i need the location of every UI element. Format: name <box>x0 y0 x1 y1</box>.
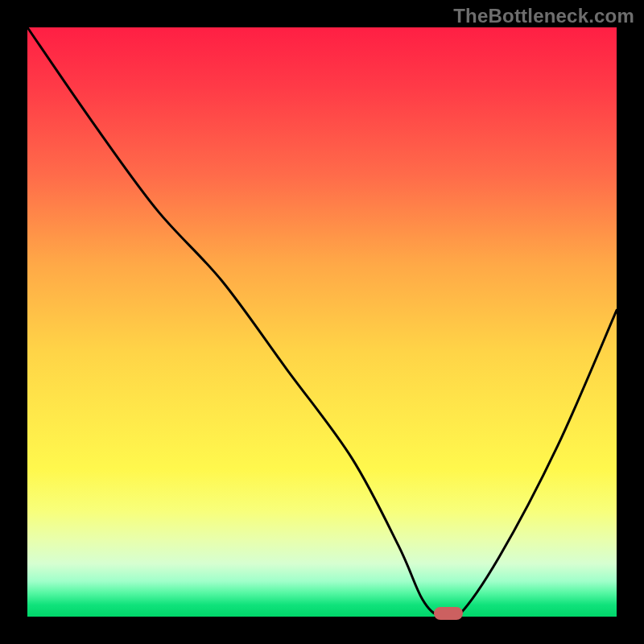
chart-frame: TheBottleneck.com <box>0 0 644 644</box>
watermark-text: TheBottleneck.com <box>453 5 634 27</box>
optimal-point-marker <box>434 607 463 620</box>
gradient-plot-area <box>27 27 617 617</box>
